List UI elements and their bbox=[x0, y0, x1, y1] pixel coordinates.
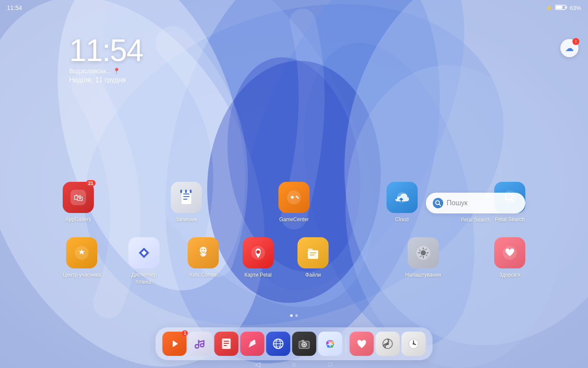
maps-icon bbox=[243, 237, 274, 268]
cloud-icon bbox=[387, 182, 418, 213]
svg-marker-47 bbox=[173, 340, 178, 347]
search-bar[interactable]: Пошук bbox=[426, 193, 525, 213]
svg-rect-26 bbox=[292, 196, 293, 199]
dock-health[interactable] bbox=[350, 332, 374, 356]
svg-point-43 bbox=[421, 250, 426, 255]
settings-label: Налаштування bbox=[405, 272, 441, 279]
svg-point-64 bbox=[332, 342, 334, 344]
svg-point-24 bbox=[287, 190, 301, 204]
appgallery-icon: 🛍 bbox=[63, 182, 94, 213]
petal-search-widget[interactable]: Пошук Petal Search bbox=[426, 193, 525, 223]
nav-bar: ◁ ○ □ bbox=[0, 360, 588, 368]
dock-reader[interactable] bbox=[214, 332, 239, 356]
files-label: Файли bbox=[305, 272, 321, 279]
svg-point-34 bbox=[200, 247, 207, 254]
location-text: Водзіславськ... bbox=[69, 68, 111, 74]
svg-rect-39 bbox=[308, 250, 318, 259]
app-health-wrap: Здоров'я bbox=[494, 237, 525, 279]
appgallery-label: AppGallery bbox=[65, 216, 91, 223]
dock-video[interactable]: 1 bbox=[163, 332, 187, 356]
dot-2 bbox=[295, 314, 298, 317]
app-appgallery[interactable]: 🛍 21 AppGallery bbox=[63, 182, 94, 223]
clock-date: Неділя, 11 грудня bbox=[69, 76, 143, 84]
app-settings[interactable]: Налаштування bbox=[405, 237, 441, 279]
clock-location: Водзіславськ... 📍 bbox=[69, 68, 143, 74]
app-notepad[interactable]: Записник bbox=[171, 182, 202, 223]
svg-rect-22 bbox=[185, 190, 187, 193]
device-manager-label: Диспетчер планш. bbox=[125, 272, 163, 285]
dot-1 bbox=[290, 314, 293, 317]
gamecenter-label: GameCenter bbox=[279, 216, 309, 223]
dock-gallery[interactable] bbox=[318, 332, 342, 356]
svg-text:🛍: 🛍 bbox=[74, 192, 83, 203]
svg-point-63 bbox=[329, 340, 332, 342]
health-icon bbox=[494, 237, 525, 268]
settings-icon bbox=[408, 237, 439, 268]
status-right: ⚡ 63% bbox=[546, 4, 581, 12]
dock-music[interactable] bbox=[189, 332, 213, 356]
svg-point-36 bbox=[204, 249, 205, 250]
nav-home[interactable]: ○ bbox=[289, 359, 299, 368]
app-health[interactable]: Здоров'я bbox=[494, 237, 525, 279]
clock-widget: 11:54 Водзіславськ... 📍 Неділя, 11 грудн… bbox=[69, 35, 143, 84]
health-label: Здоров'я bbox=[499, 272, 520, 279]
location-icon: 📍 bbox=[113, 68, 120, 74]
svg-point-27 bbox=[296, 196, 297, 197]
svg-point-65 bbox=[331, 345, 333, 348]
app-maps[interactable]: Карти Petal bbox=[243, 237, 274, 285]
page-dots bbox=[290, 314, 298, 317]
dock-camera[interactable] bbox=[292, 332, 316, 356]
battery-indicator bbox=[555, 4, 567, 12]
cloud-notification[interactable]: ☁ ! bbox=[560, 39, 578, 57]
svg-line-46 bbox=[439, 204, 441, 206]
notepad-icon bbox=[171, 182, 202, 213]
app-cloud[interactable]: Cloud bbox=[387, 182, 418, 223]
member-label: Центр учасника bbox=[63, 272, 101, 279]
svg-rect-21 bbox=[180, 190, 182, 193]
nav-back[interactable]: ◁ bbox=[252, 359, 263, 368]
kids-icon bbox=[188, 237, 219, 268]
search-widget-label: Petal Search bbox=[426, 217, 525, 223]
svg-point-67 bbox=[326, 342, 329, 344]
files-icon bbox=[297, 237, 329, 268]
status-time: 11:54 bbox=[7, 4, 22, 11]
app-device-manager[interactable]: Диспетчер планш. bbox=[125, 237, 163, 285]
app-member[interactable]: Центр учасника bbox=[63, 237, 101, 285]
svg-point-52 bbox=[253, 340, 256, 342]
bluetooth-icon: ⚡ bbox=[546, 5, 553, 11]
svg-point-66 bbox=[327, 345, 330, 348]
cloud-badge: ! bbox=[575, 39, 576, 44]
dock-divider bbox=[346, 335, 346, 352]
dock-browser[interactable] bbox=[266, 332, 291, 356]
app-gamecenter[interactable]: GameCenter bbox=[278, 182, 310, 223]
battery-percent: 63% bbox=[570, 5, 581, 11]
app-grid-row2: Центр учасника Диспетчер планш. bbox=[63, 237, 329, 285]
svg-point-38 bbox=[256, 250, 260, 254]
dock: 1 bbox=[156, 327, 433, 360]
svg-point-60 bbox=[303, 344, 305, 346]
device-manager-icon bbox=[128, 237, 160, 268]
search-placeholder: Пошук bbox=[447, 199, 467, 207]
svg-point-73 bbox=[413, 343, 415, 345]
member-icon bbox=[66, 237, 97, 268]
appgallery-badge: 21 bbox=[86, 180, 96, 186]
svg-rect-61 bbox=[302, 340, 304, 342]
video-badge: 1 bbox=[182, 330, 188, 336]
dock-paint[interactable] bbox=[240, 332, 265, 356]
gamecenter-icon bbox=[278, 182, 310, 213]
notepad-label: Записник bbox=[175, 216, 198, 223]
clock-time: 11:54 bbox=[69, 35, 143, 66]
cloud-label: Cloud bbox=[395, 216, 409, 223]
svg-point-28 bbox=[297, 197, 299, 199]
app-kids[interactable]: Kids Corner bbox=[188, 237, 219, 285]
dock-clock[interactable] bbox=[402, 332, 426, 356]
dock-optimizer[interactable] bbox=[376, 332, 400, 356]
nav-recents[interactable]: □ bbox=[325, 359, 336, 368]
app-files[interactable]: Файли bbox=[297, 237, 329, 285]
kids-label: Kids Corner bbox=[189, 272, 217, 279]
maps-label: Карти Petal bbox=[244, 272, 272, 279]
status-bar: 11:54 ⚡ 63% bbox=[0, 0, 588, 16]
svg-rect-13 bbox=[566, 6, 567, 8]
svg-point-35 bbox=[201, 249, 202, 250]
app-settings-wrap: Налаштування bbox=[405, 237, 441, 279]
